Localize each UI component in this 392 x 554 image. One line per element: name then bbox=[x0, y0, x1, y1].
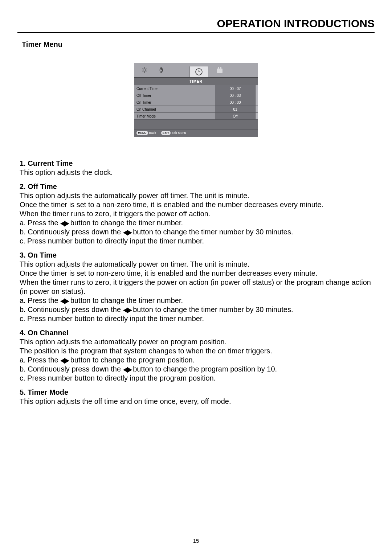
footer-back: MENU Back bbox=[136, 131, 156, 135]
sound-icon bbox=[155, 63, 168, 77]
osd-row: On Timer00 : 00 bbox=[134, 99, 258, 106]
svg-line-5 bbox=[142, 68, 143, 69]
item-line: a. Press the ◀▶ button to change the tim… bbox=[20, 296, 372, 305]
section-title: Timer Menu bbox=[22, 40, 375, 49]
item-heading: 1. Current Time bbox=[20, 159, 372, 168]
osd-tab-bar bbox=[134, 63, 258, 78]
item-line: a. Press the ◀▶ button to change the pro… bbox=[20, 356, 372, 365]
footer-exit: EXIT Exit Menu bbox=[161, 131, 186, 135]
osd-rows: Current Time00 : 07Off Timer00 : 03On Ti… bbox=[134, 85, 258, 119]
left-right-arrow-icon: ◀▶ bbox=[60, 296, 68, 305]
picture-icon bbox=[138, 63, 151, 77]
osd-screenshot: TIMER Current Time00 : 07Off Timer00 : 0… bbox=[134, 63, 258, 137]
svg-line-7 bbox=[142, 71, 143, 72]
item-line: This option adjusts the clock. bbox=[20, 168, 372, 177]
item-line: Once the timer is set to non-zero time, … bbox=[20, 269, 372, 278]
item-line: This option adjusts the automatically po… bbox=[20, 191, 372, 200]
osd-row: Off Timer00 : 03 bbox=[134, 92, 258, 99]
osd-row: Current Time00 : 07 bbox=[134, 85, 258, 92]
page-title: OPERATION INTRODUCTIONS bbox=[17, 17, 375, 33]
item-line: c. Press number button to directly input… bbox=[20, 237, 372, 246]
osd-row-scroll bbox=[255, 92, 258, 99]
osd-row-label: On Channel bbox=[134, 106, 215, 112]
menu-pill: MENU bbox=[136, 131, 148, 135]
svg-point-10 bbox=[161, 69, 162, 70]
left-right-arrow-icon: ◀▶ bbox=[123, 227, 131, 237]
left-right-arrow-icon: ◀▶ bbox=[60, 218, 68, 228]
left-right-arrow-icon: ◀▶ bbox=[123, 305, 131, 315]
left-right-arrow-icon: ◀▶ bbox=[60, 356, 68, 365]
osd-row-label: On Timer bbox=[134, 99, 215, 106]
osd-row-value: Off bbox=[215, 113, 255, 119]
page-number: 15 bbox=[0, 538, 392, 544]
item-line: a. Press the ◀▶ button to change the tim… bbox=[20, 218, 372, 227]
osd-spacer bbox=[134, 119, 258, 129]
osd-row-label: Current Time bbox=[134, 85, 215, 92]
osd-row-value: 01 bbox=[215, 106, 255, 112]
item-heading: 5. Timer Mode bbox=[20, 388, 372, 397]
osd-title: TIMER bbox=[134, 78, 258, 85]
svg-rect-15 bbox=[217, 69, 222, 73]
exit-label: Exit Menu bbox=[171, 131, 186, 135]
svg-line-8 bbox=[146, 68, 147, 69]
svg-rect-17 bbox=[220, 67, 221, 69]
osd-row: Timer ModeOff bbox=[134, 112, 258, 119]
item-line: When the timer runs to zero, it triggers… bbox=[20, 278, 372, 296]
manual-page: OPERATION INTRODUCTIONS Timer Menu bbox=[0, 0, 392, 554]
osd-row: On Channel01 bbox=[134, 106, 258, 112]
svg-point-0 bbox=[143, 69, 146, 71]
item-line: This option adjusts the automatically po… bbox=[20, 337, 372, 346]
setup-icon bbox=[211, 63, 229, 77]
osd-row-value: 00 : 00 bbox=[215, 99, 255, 106]
osd-footer: MENU Back EXIT Exit Menu bbox=[134, 129, 258, 137]
osd-row-value: 00 : 07 bbox=[215, 85, 255, 92]
item-line: This option adjusts the off time and on … bbox=[20, 397, 372, 406]
osd-row-label: Timer Mode bbox=[134, 113, 215, 119]
osd-row-value: 00 : 03 bbox=[215, 92, 255, 99]
item-line: The position is the program that system … bbox=[20, 346, 372, 356]
osd-row-label: Off Timer bbox=[134, 92, 215, 99]
item-heading: 3. On Time bbox=[20, 251, 372, 260]
osd-row-scroll bbox=[255, 113, 258, 119]
item-line: c. Press number button to directly input… bbox=[20, 374, 372, 383]
item-line: b. Continuously press down the ◀▶ button… bbox=[20, 365, 372, 374]
left-right-arrow-icon: ◀▶ bbox=[123, 365, 131, 374]
item-line: Once the timer is set to a non-zero time… bbox=[20, 200, 372, 209]
osd-row-scroll bbox=[255, 85, 258, 92]
svg-rect-16 bbox=[218, 67, 219, 69]
timer-icon bbox=[189, 66, 208, 77]
item-heading: 2. Off Time bbox=[20, 182, 372, 191]
osd-row-scroll bbox=[255, 99, 258, 106]
item-line: b. Continuously press down the ◀▶ button… bbox=[20, 227, 372, 237]
back-label: Back bbox=[149, 131, 156, 135]
item-line: When the timer runs to zero, it triggers… bbox=[20, 209, 372, 218]
osd-row-scroll bbox=[255, 106, 258, 112]
item-line: c. Press number button to directly input… bbox=[20, 314, 372, 323]
svg-line-6 bbox=[146, 71, 147, 72]
body-content: 1. Current TimeThis option adjusts the c… bbox=[20, 159, 372, 406]
item-line: b. Continuously press down the ◀▶ button… bbox=[20, 305, 372, 314]
item-heading: 4. On Channel bbox=[20, 328, 372, 337]
item-line: This option adjusts the automatically po… bbox=[20, 260, 372, 269]
svg-point-11 bbox=[161, 71, 162, 72]
exit-pill: EXIT bbox=[161, 131, 171, 135]
